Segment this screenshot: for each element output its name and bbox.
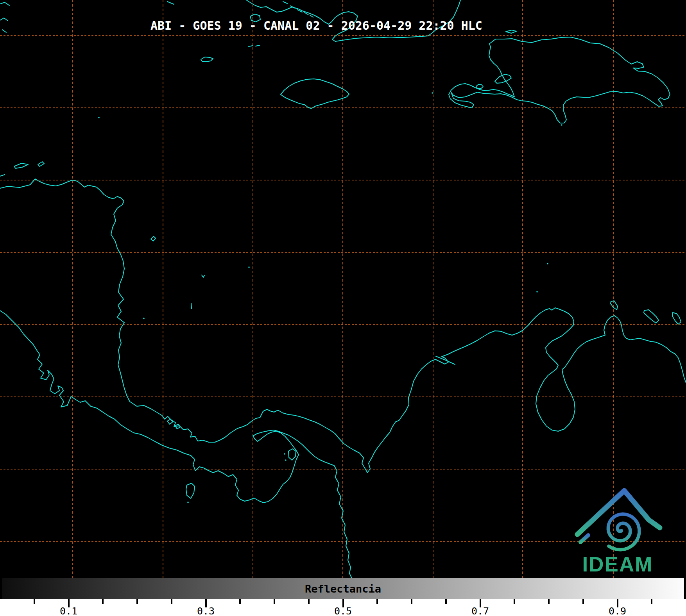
colorbar-tick [445,599,447,604]
colorbar-tick [136,599,138,604]
colorbar-tick [274,599,275,604]
reflectance-colorbar: Reflectancia [2,578,684,599]
colorbar-tick [376,599,378,604]
colorbar-tick-label: 0.5 [328,605,359,616]
colorbar-tick [171,599,172,604]
colorbar-tick [34,599,35,604]
ideam-logo: IDEAM [569,484,666,577]
colorbar-tick [582,599,584,604]
colorbar-tick-label: 0.7 [465,605,496,616]
colorbar-tick-label: 0.3 [190,605,222,616]
colorbar-tick [102,599,104,604]
colorbar-tick [514,599,515,604]
colorbar-tick-label: 0.9 [602,605,633,616]
colorbar-tick [651,599,652,604]
colorbar-tick [548,599,550,604]
colorbar-tick [239,599,241,604]
ideam-logo-text: IDEAM [569,552,666,576]
colorbar-axis: 0.10.30.50.70.9 [0,599,686,616]
colorbar-label: Reflectancia [2,583,684,595]
colorbar-tick [308,599,310,604]
satellite-image-viewer: ABI - GOES 19 - CANAL 02 - 2026-04-29 22… [0,0,686,616]
image-title: ABI - GOES 19 - CANAL 02 - 2026-04-29 22… [150,19,479,32]
colorbar-tick-label: 0.1 [53,605,84,616]
colorbar-tick [411,599,412,604]
